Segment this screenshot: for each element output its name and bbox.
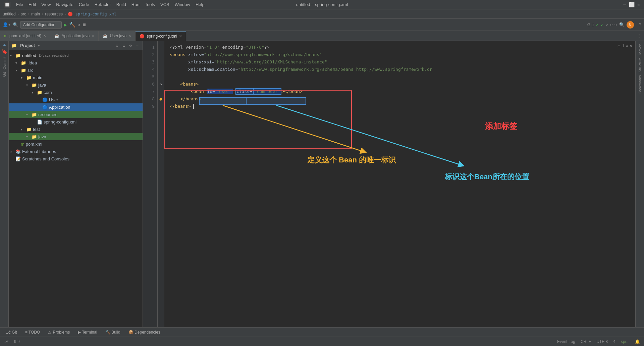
toolbar-git-check2[interactable]: ✓ xyxy=(601,22,603,27)
tree-item-java[interactable]: ▾ 📁 java xyxy=(9,81,143,89)
tree-arrow: ▾ xyxy=(15,68,21,72)
editor-area[interactable]: 1 2 3 4 5 6 7 8 9 ▷ ● xyxy=(143,41,635,327)
status-notifications[interactable]: 🔔 xyxy=(635,339,640,344)
menu-view[interactable]: View xyxy=(39,1,53,8)
menu-run[interactable]: Run xyxy=(129,1,142,8)
status-encoding[interactable]: UTF-8 xyxy=(596,339,608,344)
tabs-overflow-btn[interactable]: ⋮ xyxy=(634,33,644,38)
right-icon-maven[interactable]: Maven xyxy=(638,44,642,55)
panel-action-settings[interactable]: ⚙ xyxy=(128,43,133,48)
tree-item-untitled[interactable]: ▾ 📁 untitled D:\java-ee\untitled xyxy=(9,52,143,59)
menu-refactor[interactable]: Refactor xyxy=(92,1,114,8)
tree-item-user[interactable]: 🔵 User xyxy=(9,96,143,103)
tab-app-close[interactable]: ✕ xyxy=(92,34,94,38)
tree-icon-java-folder: 📁 xyxy=(32,83,37,88)
panel-action-collapse[interactable]: ⊕ xyxy=(114,43,120,48)
tree-label-spring-config: spring-config.xml xyxy=(44,119,76,125)
menu-window[interactable]: Window xyxy=(172,1,193,8)
bottom-tab-problems[interactable]: ⚠ Problems xyxy=(45,329,73,336)
menu-tools[interactable]: Tools xyxy=(142,1,158,8)
breadcrumb-main[interactable]: main xyxy=(31,12,40,16)
status-line-sep[interactable]: CRLF xyxy=(581,339,591,344)
tab-pom-close[interactable]: ✕ xyxy=(43,34,46,38)
left-icon-git[interactable]: Git xyxy=(2,72,6,77)
tree-item-test[interactable]: ▾ 📁 test xyxy=(9,126,143,133)
menu-vcs[interactable]: VCS xyxy=(158,1,172,8)
tree-item-spring-config[interactable]: 📄 spring-config.xml xyxy=(9,118,143,126)
bottom-tab-build[interactable]: 🔨 Build xyxy=(102,329,124,336)
tab-config-close[interactable]: ✕ xyxy=(179,34,182,38)
status-indent[interactable]: 4 xyxy=(613,339,615,344)
toolbar-icon-1[interactable]: 👤▾ xyxy=(3,22,11,27)
breadcrumb-resources[interactable]: resources xyxy=(45,12,63,16)
toolbar-git-arrow[interactable]: ↗ xyxy=(605,22,608,27)
window-title: untitled – spring-config.xml xyxy=(296,2,348,7)
tree-item-main[interactable]: ▾ 📁 main xyxy=(9,74,143,81)
tree-item-pom[interactable]: m pom.xml xyxy=(9,140,143,148)
toolbar-undo[interactable]: ↩ xyxy=(610,22,613,27)
menu-help[interactable]: Help xyxy=(193,1,207,8)
breadcrumb-project[interactable]: untitled xyxy=(3,12,16,16)
tree-item-application[interactable]: 🔵 Application xyxy=(9,103,143,111)
right-sidebar-icons: Maven Structure Bookmarks xyxy=(635,41,644,327)
bottom-tab-todo[interactable]: ≡ TODO xyxy=(22,329,44,336)
left-icon-commit[interactable]: Commit xyxy=(2,57,6,69)
gutter-mark-9 xyxy=(158,103,164,110)
menu-code[interactable]: Code xyxy=(76,1,92,8)
toolbar-git-check1[interactable]: ✓ xyxy=(596,22,599,27)
bottom-tab-dependencies[interactable]: 📦 Dependencies xyxy=(125,329,164,336)
project-panel-actions: ⊕ ≡ ⚙ − xyxy=(114,43,140,48)
tree-arrow: ▾ xyxy=(10,54,15,57)
panel-action-filter[interactable]: ≡ xyxy=(121,43,126,48)
tree-item-idea[interactable]: ▾ 📁 .idea xyxy=(9,59,143,66)
toolbar-avatar[interactable]: U xyxy=(627,21,634,29)
code-editor[interactable]: <?xml version="1.0" encoding="UTF-8"?> <… xyxy=(164,41,635,327)
toolbar-run-btn[interactable]: ▶ xyxy=(64,21,67,28)
maximize-btn[interactable]: ⬜ xyxy=(629,2,635,7)
tree-item-test-java[interactable]: ▾ 📁 java xyxy=(9,133,143,140)
bottom-tab-terminal[interactable]: ▶ Terminal xyxy=(74,329,100,336)
toolbar-icon-3[interactable]: ↺ xyxy=(78,22,80,27)
tab-pom-xml[interactable]: m pom.xml (untitled) ✕ xyxy=(0,31,50,41)
tab-user-close[interactable]: ✕ xyxy=(128,34,131,38)
tab-application[interactable]: ☕ Application.java ✕ xyxy=(50,31,99,41)
bottom-tab-git[interactable]: ⎇ Git xyxy=(3,329,20,336)
tree-item-src[interactable]: ▾ 📁 src xyxy=(9,66,143,74)
menu-build[interactable]: Build xyxy=(114,1,129,8)
tree-icon-application-class: 🔵 xyxy=(42,105,48,110)
toolbar-build-btn[interactable]: 🔨 xyxy=(69,21,76,28)
minimize-btn[interactable]: ─ xyxy=(623,2,626,7)
toolbar-redo[interactable]: ↪ xyxy=(614,22,617,27)
tree-item-external-libs[interactable]: ▷ 📚 External Libraries xyxy=(9,148,143,155)
status-event-log[interactable]: Event Log xyxy=(557,339,575,344)
close-btn[interactable]: ✕ xyxy=(637,2,640,7)
menu-edit[interactable]: Edit xyxy=(26,1,39,8)
panel-action-hide[interactable]: − xyxy=(135,43,140,48)
breadcrumb-file[interactable]: 🔴 spring-config.xml xyxy=(68,12,116,16)
toolbar-maven-icon[interactable]: M xyxy=(639,22,641,27)
left-icon-bookmark[interactable]: 🔖 xyxy=(1,49,7,54)
toolbar-icon-4[interactable]: ⏹ xyxy=(82,22,87,27)
status-position: 9:9 xyxy=(14,339,20,344)
menu-file[interactable]: File xyxy=(13,1,26,8)
toolbar-icon-2[interactable]: 🔍 xyxy=(13,22,18,27)
code-line-3: xmlns:xsi="http://www.w3.org/2001/XMLSch… xyxy=(170,58,630,66)
tree-label-application-class: Application xyxy=(49,105,70,110)
tree-item-resources[interactable]: ▾ 📁 resources xyxy=(9,111,143,118)
toolbar-search[interactable]: 🔍 xyxy=(619,22,625,27)
tab-spring-config[interactable]: 🔴 spring-config.xml ✕ xyxy=(136,31,186,41)
breadcrumb-src[interactable]: src xyxy=(21,12,26,16)
status-git-icon[interactable]: ⎇ xyxy=(4,339,9,344)
tree-label-com: com xyxy=(44,90,52,95)
right-icon-bookmarks[interactable]: Bookmarks xyxy=(638,75,642,94)
project-panel-arrow[interactable]: ▾ xyxy=(38,43,40,48)
tab-user[interactable]: ☕ User.java ✕ xyxy=(99,31,136,41)
add-configuration-button[interactable]: Add Configuration... xyxy=(20,21,62,29)
tree-item-scratches[interactable]: 📝 Scratches and Consoles xyxy=(9,155,143,162)
menu-navigate[interactable]: Navigate xyxy=(53,1,76,8)
right-icon-structure[interactable]: Structure xyxy=(638,57,642,72)
tree-item-com[interactable]: ▾ 📁 com xyxy=(9,89,143,96)
status-branch[interactable]: spr... xyxy=(621,339,630,344)
left-icon-project[interactable]: P xyxy=(2,44,6,46)
tree-label-test-java: java xyxy=(38,134,46,139)
